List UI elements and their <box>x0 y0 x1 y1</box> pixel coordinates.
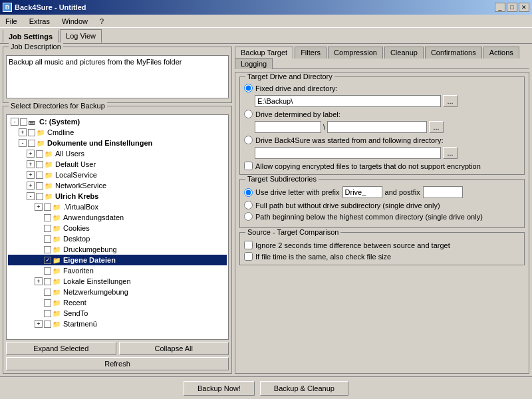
tree-item-sendto[interactable]: 📁 SendTo <box>8 308 227 319</box>
fixed-path-input[interactable] <box>255 95 441 107</box>
checkbox-c-system[interactable] <box>20 118 27 126</box>
started-browse-button[interactable]: ... <box>443 147 458 159</box>
label-part2-input[interactable] <box>327 121 427 133</box>
collapse-all-button[interactable]: Collapse All <box>119 342 229 355</box>
checkbox-startmenu[interactable] <box>44 321 51 328</box>
checkbox-eigenedateien[interactable]: ✓ <box>44 257 51 264</box>
checkbox-druckumgebung[interactable] <box>44 246 51 253</box>
checkbox-recent[interactable] <box>44 299 51 307</box>
expander-defaultuser[interactable]: + <box>27 160 35 168</box>
expander-virtualbox[interactable]: + <box>35 203 43 211</box>
tree-item-lokaleeinstellungen[interactable]: + 📁 Lokale Einstellungen <box>8 276 227 287</box>
checkbox-desktop[interactable] <box>44 235 51 243</box>
folder-icon-druckumgebung: 📁 <box>53 246 62 253</box>
checkbox-cookies[interactable] <box>44 225 51 232</box>
tree-item-c-system[interactable]: - 🖴 C: (System) <box>8 116 227 127</box>
checkbox-virtualbox[interactable] <box>44 203 51 211</box>
job-description-input[interactable] <box>6 55 229 98</box>
tree-item-networkservice[interactable]: + 📁 NetworkService <box>8 180 227 191</box>
menu-file[interactable]: File <box>3 17 20 26</box>
expander-ulrichkrebs[interactable]: - <box>27 192 35 200</box>
encryption-checkbox[interactable] <box>244 162 253 170</box>
radio-fullpath[interactable] <box>244 201 253 209</box>
checkbox-netzwerkumgebung[interactable] <box>44 289 51 296</box>
main-content: Job Description Select Directories for B… <box>0 44 532 376</box>
radio-fixed[interactable] <box>244 84 253 92</box>
directory-tree[interactable]: - 🖴 C: (System) + 📁 Cmdline - 📁 Dokument… <box>6 114 229 340</box>
tree-item-defaultuser[interactable]: + 📁 Default User <box>8 159 227 170</box>
expander-localservice[interactable]: + <box>27 171 35 179</box>
tab-logging[interactable]: Logging <box>235 58 273 69</box>
checkbox-anwendungsdaten[interactable] <box>44 214 51 221</box>
expander-startmenu[interactable]: + <box>35 320 43 328</box>
tree-item-netzwerkumgebung[interactable]: 📁 Netzwerkumgebung <box>8 287 227 297</box>
label-browse-button[interactable]: ... <box>429 121 444 133</box>
checkbox-lokaleeinstellungen[interactable] <box>44 278 51 285</box>
fixed-browse-button[interactable]: ... <box>443 95 458 107</box>
expander-dokumente[interactable]: - <box>19 139 27 147</box>
menu-window[interactable]: Window <box>59 17 90 26</box>
checkbox-allusers[interactable] <box>36 150 43 158</box>
tree-item-startmenu[interactable]: + 📁 Startmenü <box>8 319 227 329</box>
checkbox-networkservice[interactable] <box>36 182 43 190</box>
checkbox-sendto[interactable] <box>44 310 51 317</box>
expander-allusers[interactable]: + <box>27 150 35 158</box>
checkbox-defaultuser[interactable] <box>36 161 43 168</box>
tree-item-cmdline[interactable]: + 📁 Cmdline <box>8 127 227 138</box>
tree-item-eigenedateien[interactable]: ✓ 📁 Eigene Dateien <box>8 255 227 265</box>
radio-prefix[interactable] <box>244 188 253 197</box>
tree-item-virtualbox[interactable]: + 📁 .VirtualBox <box>8 201 227 212</box>
tree-item-desktop[interactable]: 📁 Desktop <box>8 233 227 244</box>
tree-item-recent[interactable]: 📁 Recent <box>8 297 227 308</box>
tab-actions[interactable]: Actions <box>483 47 519 59</box>
checkbox-dokumente[interactable] <box>28 140 35 147</box>
started-path-input[interactable] <box>255 147 441 159</box>
menu-extras[interactable]: Extras <box>27 17 53 26</box>
tree-item-cookies[interactable]: 📁 Cookies <box>8 223 227 233</box>
prefix-input[interactable] <box>342 186 382 198</box>
checkbox-favoriten[interactable] <box>44 267 51 275</box>
expander-networkservice[interactable]: + <box>27 182 35 190</box>
checkbox-cmdline[interactable] <box>28 129 35 136</box>
expander-lokaleeinstellungen[interactable]: + <box>35 277 43 285</box>
tree-label-defaultuser: Default User <box>55 160 96 168</box>
refresh-button[interactable]: Refresh <box>6 357 229 370</box>
minimize-button[interactable]: _ <box>495 3 505 12</box>
maximize-button[interactable]: □ <box>507 3 517 12</box>
radio-pathbelow[interactable] <box>244 212 253 221</box>
menu-help[interactable]: ? <box>97 17 106 26</box>
tab-compression[interactable]: Compression <box>328 47 383 59</box>
tab-confirmations[interactable]: Confirmations <box>425 47 482 59</box>
tab-filters[interactable]: Filters <box>295 47 327 59</box>
tree-item-druckumgebung[interactable]: 📁 Druckumgebung <box>8 244 227 255</box>
started-path-row: ... <box>244 147 520 159</box>
tree-label-dokumente: Dokumente und Einstellungen <box>47 139 152 147</box>
tree-item-favoriten[interactable]: 📁 Favoriten <box>8 265 227 276</box>
tab-log-view[interactable]: Log View <box>60 29 102 43</box>
tree-item-localservice[interactable]: + 📁 LocalService <box>8 170 227 180</box>
expand-selected-button[interactable]: Expand Selected <box>6 342 116 355</box>
checkbox-localservice[interactable] <box>36 172 43 179</box>
tree-item-ulrichkrebs[interactable]: - 📁 Ulrich Krebs <box>8 191 227 201</box>
label-part1-input[interactable] <box>255 121 321 133</box>
expander-c-system[interactable]: - <box>11 118 19 126</box>
tree-buttons: Expand Selected Collapse All <box>6 342 229 355</box>
radio-label[interactable] <box>244 110 253 118</box>
tree-item-anwendungsdaten[interactable]: 📁 Anwendungsdaten <box>8 212 227 223</box>
tree-item-allusers[interactable]: + 📁 All Users <box>8 148 227 159</box>
timediff-checkbox[interactable] <box>244 241 253 249</box>
close-button[interactable]: ✕ <box>519 3 529 12</box>
tab-backup-target[interactable]: Backup Target <box>235 47 293 59</box>
postfix-input[interactable] <box>423 186 463 198</box>
tree-item-dokumente[interactable]: - 📁 Dokumente und Einstellungen <box>8 138 227 148</box>
backup-cleanup-button[interactable]: Backup & Cleanup <box>260 381 348 396</box>
checkbox-ulrichkrebs[interactable] <box>36 193 43 200</box>
tree-label-ulrichkrebs: Ulrich Krebs <box>55 192 98 200</box>
backup-now-button[interactable]: Backup Now! <box>184 381 255 396</box>
tab-cleanup[interactable]: Cleanup <box>384 47 424 59</box>
radio-started[interactable] <box>244 136 253 144</box>
tab-job-settings[interactable]: Job Settings <box>3 29 59 43</box>
expander-cmdline[interactable]: + <box>19 128 27 136</box>
filesize-checkbox[interactable] <box>244 252 253 261</box>
tree-label-anwendungsdaten: Anwendungsdaten <box>63 213 124 221</box>
